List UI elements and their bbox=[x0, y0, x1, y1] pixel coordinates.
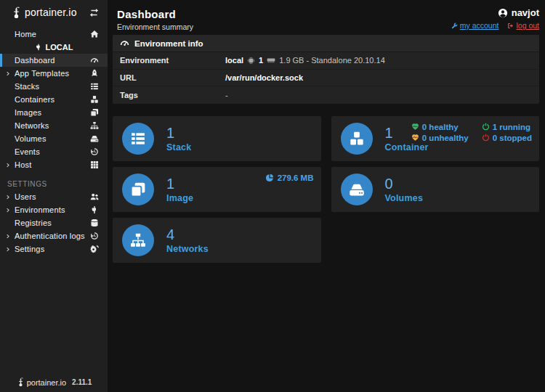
images-size: 279.6 MB bbox=[265, 173, 314, 182]
microchip-icon bbox=[247, 57, 255, 65]
history-icon bbox=[90, 147, 99, 156]
sidebar-item-home[interactable]: Home bbox=[0, 28, 108, 41]
sidebar-item-networks[interactable]: Networks bbox=[0, 119, 108, 132]
sidebar-item-authentication-logs[interactable]: Authentication logs bbox=[0, 229, 108, 242]
cogs-icon bbox=[90, 245, 99, 253]
main-content: Dashboard Environment summary navjot my … bbox=[108, 0, 545, 392]
networks-label: Networks bbox=[166, 244, 209, 254]
list-icon bbox=[90, 82, 99, 91]
sidebar-item-settings[interactable]: Settings bbox=[0, 242, 108, 256]
images-count: 1 bbox=[166, 176, 193, 192]
footer-brand-name: portainer.io bbox=[27, 378, 66, 387]
user-menu[interactable]: navjot bbox=[451, 7, 539, 18]
my-account-link[interactable]: my account bbox=[451, 21, 499, 30]
cubes-icon bbox=[341, 123, 373, 155]
database-icon bbox=[90, 219, 99, 227]
stopped-stat: 0 stopped bbox=[482, 134, 532, 142]
app-version: 2.11.1 bbox=[72, 378, 92, 386]
url-value: /var/run/docker.sock bbox=[225, 73, 303, 82]
users-icon bbox=[90, 192, 99, 201]
portainer-logo bbox=[16, 377, 25, 387]
pie-chart-icon bbox=[265, 173, 274, 182]
sidebar-item-users[interactable]: Users bbox=[0, 190, 108, 203]
page-header: Dashboard Environment summary navjot my … bbox=[113, 6, 539, 35]
sidebar-item-label: Home bbox=[15, 30, 90, 38]
page-title: Dashboard bbox=[117, 8, 193, 20]
power-icon bbox=[482, 134, 490, 142]
environment-info-header: Environment info bbox=[113, 35, 539, 52]
plug-icon bbox=[90, 205, 99, 214]
chevron-right-icon bbox=[6, 195, 15, 200]
sidebar-item-environments[interactable]: Environments bbox=[0, 203, 108, 216]
stacks-tile[interactable]: 1 Stack bbox=[113, 116, 321, 161]
stacks-label: Stack bbox=[166, 142, 191, 152]
sidebar-item-stacks[interactable]: Stacks bbox=[0, 80, 108, 93]
tags-value: - bbox=[225, 91, 228, 99]
sitemap-icon bbox=[90, 121, 99, 130]
portainer-brand[interactable]: portainer.io bbox=[10, 7, 89, 19]
user-name: navjot bbox=[512, 7, 539, 18]
heart-icon bbox=[411, 134, 419, 142]
row-label: Tags bbox=[120, 91, 225, 99]
sidebar-header: portainer.io bbox=[0, 0, 108, 25]
sidebar-item-events[interactable]: Events bbox=[0, 145, 108, 158]
hdd-icon bbox=[341, 173, 373, 205]
containers-label: Container bbox=[385, 142, 429, 152]
networks-count: 4 bbox=[166, 226, 209, 242]
sidebar-item-containers[interactable]: Containers bbox=[0, 93, 108, 106]
dashboard-tiles: 1 Stack 1 Container 0 healthy bbox=[113, 116, 539, 263]
chevron-right-icon bbox=[6, 71, 15, 76]
sidebar-item-volumes[interactable]: Volumes bbox=[0, 132, 108, 145]
sidebar-item-registries[interactable]: Registries bbox=[0, 216, 108, 229]
portainer-logo bbox=[10, 7, 23, 19]
volumes-count: 0 bbox=[385, 176, 424, 192]
wrench-icon bbox=[451, 23, 458, 29]
log-out-link[interactable]: log out bbox=[507, 21, 539, 30]
sidebar-footer: portainer.io 2.11.1 bbox=[0, 377, 108, 387]
panel-title: Environment info bbox=[134, 39, 203, 48]
clone-icon bbox=[90, 108, 99, 117]
row-label: Environment bbox=[120, 56, 225, 65]
cubes-icon bbox=[90, 95, 99, 104]
sidebar-item-images[interactable]: Images bbox=[0, 106, 108, 119]
footer-brand[interactable]: portainer.io bbox=[16, 377, 66, 387]
chevron-right-icon bbox=[6, 247, 15, 252]
sidebar: portainer.io Home LOCAL Dashboard App Te… bbox=[0, 0, 108, 392]
chevron-right-icon bbox=[6, 163, 15, 168]
row-label: URL bbox=[120, 73, 225, 82]
environment-details: 1.9 GB - Standalone 20.10.14 bbox=[279, 56, 385, 65]
user-circle-icon bbox=[498, 8, 508, 18]
running-stat: 1 running bbox=[482, 123, 532, 131]
images-tile[interactable]: 1 Image 279.6 MB bbox=[113, 167, 321, 212]
volumes-label: Volumes bbox=[385, 193, 424, 203]
sidebar-item-dashboard[interactable]: Dashboard bbox=[0, 54, 108, 67]
endpoint-name: LOCAL bbox=[46, 43, 73, 52]
environment-name: local bbox=[225, 56, 243, 65]
environment-row: Environment local 1 1.9 GB - Standalone … bbox=[113, 52, 539, 70]
heartbeat-icon bbox=[411, 123, 419, 131]
url-row: URL /var/run/docker.sock bbox=[113, 70, 539, 87]
memory-icon bbox=[267, 56, 275, 65]
sidebar-item-host[interactable]: Host bbox=[0, 158, 108, 171]
unhealthy-stat: 0 unhealthy bbox=[411, 134, 469, 142]
power-icon bbox=[482, 123, 490, 131]
exchange-icon[interactable] bbox=[89, 8, 99, 17]
healthy-stat: 0 healthy bbox=[411, 123, 469, 131]
containers-tile[interactable]: 1 Container 0 healthy 1 running bbox=[331, 116, 540, 161]
networks-tile[interactable]: 4 Networks bbox=[113, 218, 321, 263]
cpu-count: 1 bbox=[259, 56, 263, 65]
container-stats: 0 healthy 1 running 0 unhealthy bbox=[411, 123, 532, 142]
gauge-icon bbox=[90, 56, 99, 65]
volumes-tile[interactable]: 0 Volumes bbox=[331, 167, 540, 212]
brand-name: portainer.io bbox=[25, 7, 77, 18]
home-icon bbox=[90, 30, 99, 38]
hdd-icon bbox=[90, 134, 99, 143]
sidebar-section-settings: SETTINGS bbox=[0, 179, 108, 189]
grid-icon bbox=[90, 160, 99, 169]
chevron-right-icon bbox=[6, 208, 15, 213]
gauge-icon bbox=[120, 38, 129, 48]
environment-info-panel: Environment info Environment local 1 1.9… bbox=[113, 35, 539, 104]
stacks-count: 1 bbox=[166, 125, 191, 141]
sidebar-item-app-templates[interactable]: App Templates bbox=[0, 67, 108, 80]
sidebar-endpoint-local[interactable]: LOCAL bbox=[0, 41, 108, 53]
